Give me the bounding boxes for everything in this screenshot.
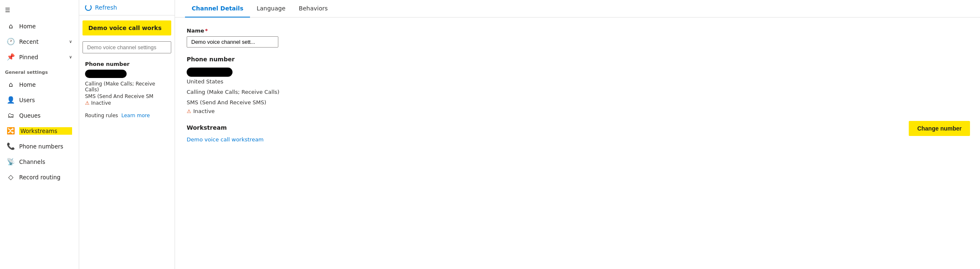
sidebar-item-label: Workstreams	[19, 127, 72, 135]
sidebar-item-channels[interactable]: 📡 Channels	[2, 154, 77, 169]
sidebar-item-queues[interactable]: 🗂 Queues	[2, 108, 77, 123]
sidebar-item-record-routing[interactable]: ◇ Record routing	[2, 170, 77, 184]
demo-voice-banner: Demo voice call works	[82, 20, 171, 35]
record-routing-icon: ◇	[7, 173, 15, 181]
detail-panel: Channel Details Language Behaviors Name*…	[175, 0, 980, 269]
phone-country: United States	[187, 78, 968, 85]
middle-content: Demo voice call works Phone number Calli…	[79, 15, 175, 269]
hamburger-icon: ☰	[5, 7, 10, 13]
inactive-label: Inactive	[91, 100, 111, 106]
hamburger-menu[interactable]: ☰	[0, 3, 79, 18]
sidebar-item-label: Phone numbers	[19, 143, 72, 150]
sidebar-item-pinned[interactable]: 📌 Pinned ∨	[2, 50, 77, 64]
chevron-down-icon: ∨	[69, 39, 72, 44]
phone-section-label: Phone number	[85, 61, 169, 67]
sidebar-item-label: Queues	[19, 112, 72, 119]
sidebar-item-label: Channels	[19, 158, 72, 165]
workstreams-icon: 🔀	[7, 127, 15, 135]
detail-inactive: ⚠ Inactive	[187, 108, 968, 114]
middle-panel: Refresh Demo voice call works Phone numb…	[79, 0, 175, 269]
sidebar-item-phone-numbers[interactable]: 📞 Phone numbers	[2, 139, 77, 153]
users-icon: 👤	[7, 96, 15, 104]
channel-settings-input[interactable]	[82, 41, 171, 53]
phone-number-redacted	[187, 68, 232, 77]
phone-sms: SMS (Send And Receive SMS)	[187, 99, 968, 106]
phone-section: Phone number Calling (Make Calls; Receiv…	[79, 58, 175, 109]
inactive-badge: ⚠ Inactive	[85, 100, 169, 106]
toolbar: Refresh	[79, 0, 175, 15]
inactive-label: Inactive	[193, 108, 215, 114]
channels-icon: 📡	[7, 158, 15, 166]
sidebar-item-label: Pinned	[19, 54, 65, 60]
phone-sms-meta: SMS (Send And Receive SM	[85, 93, 169, 99]
warning-icon: ⚠	[187, 108, 191, 114]
refresh-label[interactable]: Refresh	[95, 4, 117, 11]
phone-number-section-title: Phone number	[187, 56, 968, 63]
phone-number-display: United States Calling (Make Calls; Recei…	[187, 68, 968, 114]
home-icon: ⌂	[7, 80, 15, 88]
sidebar-item-label: Record routing	[19, 174, 72, 181]
tab-language[interactable]: Language	[250, 0, 292, 18]
workstream-section: Workstream Demo voice call workstream	[187, 124, 968, 143]
sidebar-item-home-settings[interactable]: ⌂ Home	[2, 77, 77, 92]
tab-behaviors[interactable]: Behaviors	[292, 0, 334, 18]
required-indicator: *	[205, 28, 208, 34]
tab-channel-details[interactable]: Channel Details	[185, 0, 250, 18]
workstream-link[interactable]: Demo voice call workstream	[187, 136, 264, 143]
workstream-section-title: Workstream	[187, 124, 968, 131]
sidebar: ☰ ⌂ Home 🕐 Recent ∨ 📌 Pinned ∨ General s…	[0, 0, 79, 269]
sidebar-item-label: Home	[19, 23, 72, 30]
pin-icon: 📌	[7, 53, 15, 61]
name-field-label: Name*	[187, 28, 968, 34]
home-icon: ⌂	[7, 22, 15, 30]
sidebar-item-label: Users	[19, 97, 72, 103]
sidebar-item-label: Home	[19, 81, 72, 88]
sidebar-item-label: Recent	[19, 38, 65, 45]
recent-icon: 🕐	[7, 38, 15, 45]
phone-calling-meta: Calling (Make Calls; Receive Calls)	[85, 81, 169, 93]
routing-rules-prefix: Routing rules	[85, 113, 118, 118]
warning-icon: ⚠	[85, 100, 90, 106]
sidebar-item-recent[interactable]: 🕐 Recent ∨	[2, 34, 77, 49]
chevron-down-icon: ∨	[69, 55, 72, 59]
name-input[interactable]	[187, 36, 278, 48]
sidebar-item-home-top[interactable]: ⌂ Home	[2, 19, 77, 33]
learn-more-link[interactable]: Learn more	[121, 113, 150, 118]
phone-icon: 📞	[7, 142, 15, 150]
sidebar-item-workstreams[interactable]: 🔀 Workstreams	[2, 123, 77, 138]
queues-icon: 🗂	[7, 111, 15, 119]
sidebar-item-users[interactable]: 👤 Users	[2, 93, 77, 107]
sidebar-section-header: General settings	[0, 65, 79, 77]
refresh-icon	[85, 4, 92, 11]
routing-rules: Routing rules Learn more	[79, 109, 175, 122]
phone-redacted-number	[85, 70, 127, 78]
phone-calling: Calling (Make Calls; Receive Calls)	[187, 89, 968, 95]
detail-tabs: Channel Details Language Behaviors	[175, 0, 980, 18]
change-number-button[interactable]: Change number	[909, 121, 970, 136]
detail-body: Name* Phone number United States Calling…	[175, 18, 980, 269]
